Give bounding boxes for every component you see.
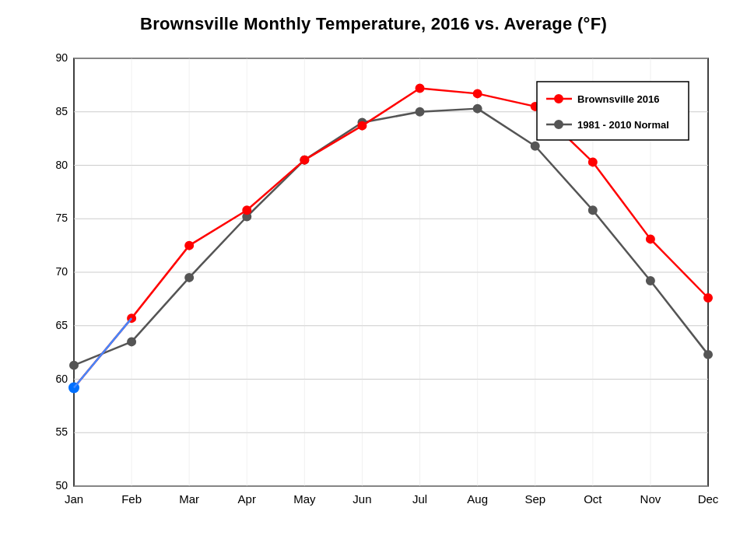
svg-text:70: 70 — [55, 265, 68, 278]
svg-point-50 — [531, 142, 539, 150]
svg-point-52 — [647, 277, 654, 285]
svg-point-56 — [185, 242, 193, 250]
svg-point-61 — [474, 89, 482, 97]
svg-point-58 — [300, 156, 308, 164]
svg-text:Apr: Apr — [238, 492, 256, 506]
svg-text:85: 85 — [55, 105, 68, 117]
svg-text:1981 - 2010 Normal: 1981 - 2010 Normal — [577, 119, 669, 131]
svg-point-60 — [416, 85, 424, 93]
svg-text:Dec: Dec — [698, 492, 719, 506]
svg-text:Oct: Oct — [584, 492, 602, 506]
svg-text:75: 75 — [55, 212, 68, 224]
chart-svg: 505560657075808590JanFebMarAprMayJunJulA… — [31, 47, 731, 537]
svg-text:Sep: Sep — [524, 492, 545, 506]
svg-point-65 — [704, 294, 712, 302]
svg-point-63 — [589, 158, 597, 166]
svg-text:Aug: Aug — [467, 492, 488, 506]
svg-text:50: 50 — [55, 479, 68, 492]
svg-text:60: 60 — [55, 373, 68, 385]
svg-text:90: 90 — [55, 51, 68, 64]
svg-point-57 — [243, 206, 251, 214]
svg-text:May: May — [293, 492, 316, 506]
svg-point-53 — [704, 351, 712, 359]
svg-point-49 — [474, 105, 482, 113]
svg-text:65: 65 — [55, 319, 68, 331]
chart-title: Brownsville Monthly Temperature, 2016 vs… — [0, 0, 747, 34]
svg-point-44 — [185, 274, 193, 282]
svg-rect-68 — [537, 82, 689, 140]
svg-text:Jan: Jan — [65, 492, 83, 506]
svg-point-51 — [589, 206, 597, 214]
svg-text:Brownsville 2016: Brownsville 2016 — [577, 93, 660, 105]
svg-text:Jun: Jun — [352, 492, 371, 506]
chart-container: Brownsville Monthly Temperature, 2016 vs… — [0, 0, 747, 560]
svg-point-70 — [555, 95, 563, 103]
svg-point-73 — [555, 121, 563, 128]
svg-point-48 — [416, 108, 424, 116]
svg-text:Jul: Jul — [412, 492, 427, 506]
svg-text:80: 80 — [55, 159, 68, 171]
svg-text:Feb: Feb — [121, 492, 142, 506]
svg-point-59 — [358, 122, 366, 130]
svg-text:Mar: Mar — [179, 492, 199, 506]
svg-point-43 — [128, 338, 135, 345]
svg-text:55: 55 — [55, 425, 68, 438]
svg-point-64 — [647, 235, 654, 243]
svg-point-42 — [70, 362, 78, 369]
svg-text:Nov: Nov — [640, 492, 661, 506]
